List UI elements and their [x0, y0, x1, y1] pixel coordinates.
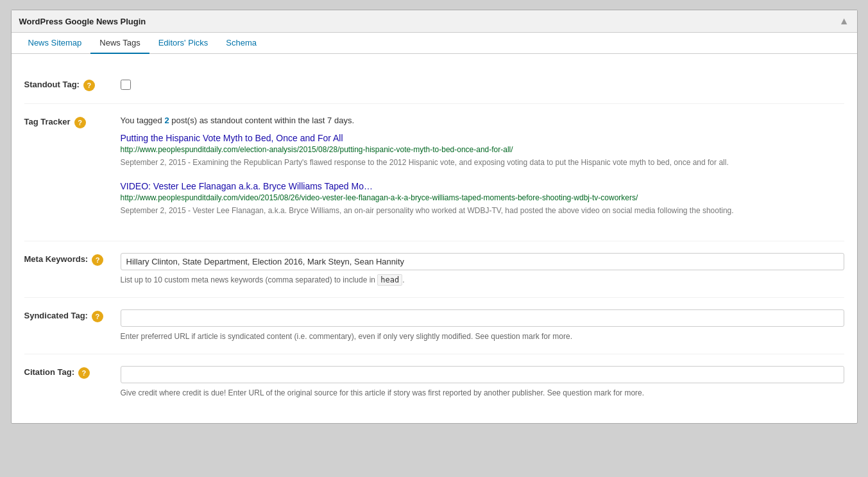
article-title-0[interactable]: Putting the Hispanic Vote Myth to Bed, O…: [121, 133, 844, 143]
citation-tag-help-icon[interactable]: ?: [78, 367, 90, 379]
standout-tag-label: Standout Tag:: [24, 80, 80, 89]
syndicated-tag-row: Syndicated Tag: ? Enter preferred URL if…: [24, 298, 844, 354]
article-dash-1: -: [186, 206, 193, 215]
scroll-icon[interactable]: ▲: [839, 15, 849, 27]
tracker-text: You tagged 2 post(s) as standout content…: [121, 116, 844, 125]
tab-news-tags[interactable]: News Tags: [90, 33, 149, 54]
tab-news-sitemap[interactable]: News Sitemap: [19, 33, 91, 54]
title-bar: WordPress Google News Plugin ▲: [12, 10, 857, 33]
tag-tracker-row: Tag Tracker ? You tagged 2 post(s) as st…: [24, 104, 844, 241]
standout-tag-checkbox[interactable]: [121, 80, 131, 90]
article-item-1: VIDEO: Vester Lee Flanagan a.k.a. Bryce …: [121, 181, 844, 216]
article-item-0: Putting the Hispanic Vote Myth to Bed, O…: [121, 133, 844, 168]
standout-tag-label-col: Standout Tag: ?: [24, 78, 114, 91]
meta-keywords-label: Meta Keywords:: [24, 254, 89, 264]
tag-tracker-label: Tag Tracker: [24, 117, 71, 126]
meta-keywords-row: Meta Keywords: ? List up to 10 custom me…: [24, 241, 844, 298]
meta-keywords-help-before: List up to 10 custom meta news keywords …: [121, 275, 378, 284]
citation-tag-input[interactable]: [121, 366, 844, 383]
meta-keywords-label-col: Meta Keywords: ?: [24, 253, 114, 266]
tag-tracker-field: You tagged 2 post(s) as standout content…: [114, 116, 844, 229]
tab-bar: News Sitemap News Tags Editors' Picks Sc…: [12, 33, 857, 54]
citation-tag-label: Citation Tag:: [24, 367, 74, 377]
article-date-1: September 2, 2015: [121, 206, 186, 215]
citation-tag-help: Give credit where credit is due! Enter U…: [121, 387, 844, 399]
meta-keywords-help: List up to 10 custom meta news keywords …: [121, 274, 844, 286]
standout-tag-field: [114, 78, 844, 92]
standout-tag-help-icon[interactable]: ?: [83, 80, 95, 91]
plugin-window: WordPress Google News Plugin ▲ News Site…: [11, 10, 858, 424]
article-dash-0: -: [186, 158, 193, 167]
tag-tracker-label-col: Tag Tracker ?: [24, 116, 114, 128]
tab-schema[interactable]: Schema: [217, 33, 266, 54]
citation-tag-field: Give credit where credit is due! Enter U…: [114, 366, 844, 399]
article-desc-1: Vester Lee Flanagan, a.k.a. Bryce Willia…: [192, 206, 733, 215]
syndicated-tag-help-icon[interactable]: ?: [92, 311, 103, 322]
article-desc-0: Examining the Republican Party's flawed …: [192, 158, 728, 167]
syndicated-tag-help: Enter preferred URL if article is syndic…: [121, 331, 844, 342]
syndicated-tag-label: Syndicated Tag:: [24, 311, 88, 320]
meta-keywords-code-tag: head: [377, 274, 402, 286]
citation-tag-label-col: Citation Tag: ?: [24, 366, 114, 379]
article-title-1[interactable]: VIDEO: Vester Lee Flanagan a.k.a. Bryce …: [121, 181, 844, 191]
standout-tag-row: Standout Tag: ?: [24, 67, 844, 104]
article-url-1[interactable]: http://www.peoplespunditdaily.com/video/…: [121, 193, 844, 202]
meta-keywords-help-after: .: [402, 275, 404, 284]
citation-tag-row: Citation Tag: ? Give credit where credit…: [24, 354, 844, 410]
content-area: Standout Tag: ? Tag Tracker ? You tagged…: [12, 54, 857, 423]
article-meta-1: September 2, 2015 - Vester Lee Flanagan,…: [121, 205, 844, 216]
tag-tracker-help-icon[interactable]: ?: [74, 117, 86, 128]
meta-keywords-field: List up to 10 custom meta news keywords …: [114, 253, 844, 286]
tracker-count: 2: [164, 116, 169, 125]
meta-keywords-help-icon[interactable]: ?: [92, 254, 103, 266]
article-date-0: September 2, 2015: [121, 158, 186, 167]
article-meta-0: September 2, 2015 - Examining the Republ…: [121, 157, 844, 168]
tracker-prefix: You tagged: [121, 116, 165, 125]
window-title: WordPress Google News Plugin: [19, 17, 146, 26]
article-url-0[interactable]: http://www.peoplespunditdaily.com/electi…: [121, 145, 844, 154]
meta-keywords-input[interactable]: [121, 253, 844, 270]
syndicated-tag-input[interactable]: [121, 309, 844, 327]
syndicated-tag-field: Enter preferred URL if article is syndic…: [114, 309, 844, 342]
tracker-suffix: post(s) as standout content within the l…: [169, 116, 354, 125]
syndicated-tag-label-col: Syndicated Tag: ?: [24, 309, 114, 322]
tab-editors-picks[interactable]: Editors' Picks: [149, 33, 217, 54]
